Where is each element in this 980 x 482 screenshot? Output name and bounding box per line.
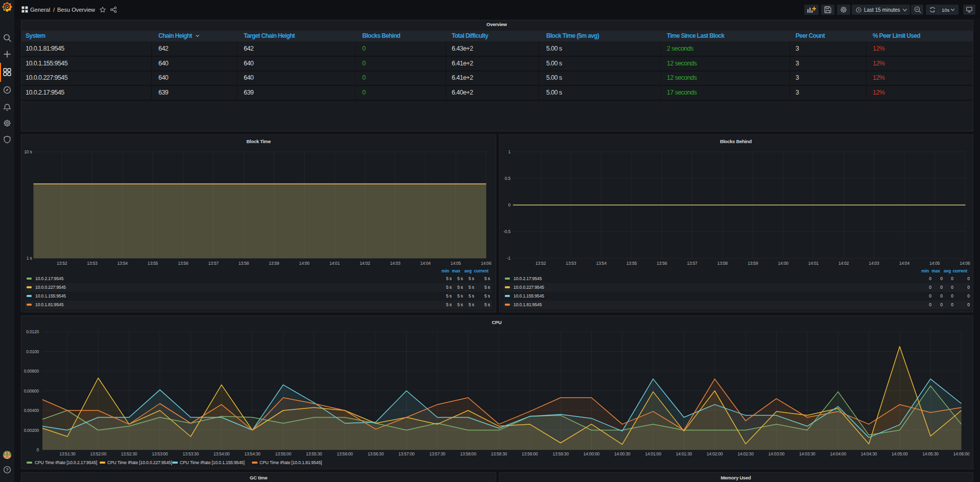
svg-text:?: ? (6, 467, 9, 472)
